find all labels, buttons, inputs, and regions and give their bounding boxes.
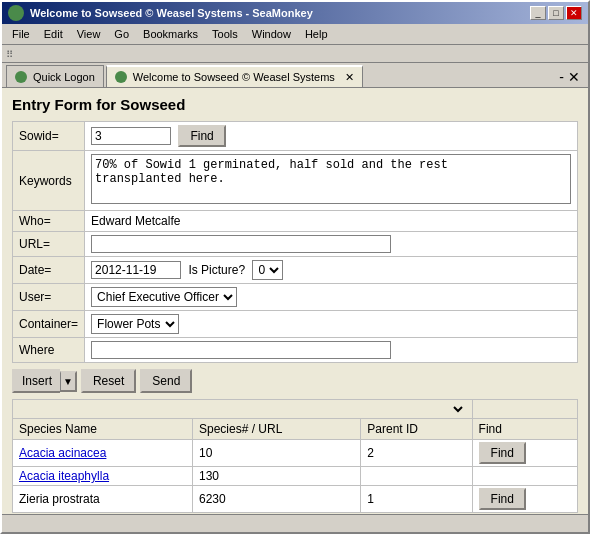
date-label: Date=: [13, 257, 85, 284]
species-num-cell: 10: [193, 440, 361, 467]
reset-button[interactable]: Reset: [81, 369, 136, 393]
col-species-num: Species# / URL: [193, 419, 361, 440]
row-find-button[interactable]: Find: [479, 488, 526, 510]
sowid-find-button[interactable]: Find: [178, 125, 225, 147]
parent-id-cell: [361, 467, 472, 486]
find-cell: Find: [472, 486, 577, 513]
menu-help[interactable]: Help: [299, 26, 334, 42]
table-header-row: Species Name Species# / URL Parent ID Fi…: [13, 419, 578, 440]
tab-quick-logon[interactable]: Quick Logon: [6, 65, 104, 87]
keywords-cell: [85, 151, 578, 211]
date-row: Date= Is Picture? 0 1: [13, 257, 578, 284]
send-button[interactable]: Send: [140, 369, 192, 393]
toolbar-handle: ⠿: [6, 49, 13, 60]
table-row: Acacia iteaphylla 130: [13, 467, 578, 486]
parent-id-cell: 2: [361, 440, 472, 467]
table-find-header-empty: [472, 400, 577, 419]
tab-icon-sowseed: [115, 71, 127, 83]
where-input[interactable]: [91, 341, 391, 359]
species-num-cell: 6230: [193, 486, 361, 513]
user-row: User= Chief Executive Officer Admin User: [13, 284, 578, 311]
species-name-cell: Acacia acinacea: [13, 440, 193, 467]
tab-label-quick-logon: Quick Logon: [33, 71, 95, 83]
close-button[interactable]: ✕: [566, 6, 582, 20]
parent-id-cell: 1: [361, 486, 472, 513]
sowid-label: Sowid=: [13, 122, 85, 151]
url-label: URL=: [13, 232, 85, 257]
sowid-row: Sowid= Find: [13, 122, 578, 151]
keywords-textarea[interactable]: [91, 154, 571, 204]
application-window: Welcome to Sowseed © Weasel Systems - Se…: [0, 0, 590, 534]
menu-file[interactable]: File: [6, 26, 36, 42]
insert-dropdown-button[interactable]: ▼: [60, 371, 77, 392]
menu-window[interactable]: Window: [246, 26, 297, 42]
date-input[interactable]: [91, 261, 181, 279]
species-name-cell: Acacia iteaphylla: [13, 467, 193, 486]
tab-icon-quick-logon: [15, 71, 27, 83]
close-tab-icon[interactable]: ✕: [568, 69, 580, 85]
keywords-label: Keywords: [13, 151, 85, 211]
url-cell: [85, 232, 578, 257]
is-picture-select[interactable]: 0 1: [252, 260, 283, 280]
who-label: Who=: [13, 211, 85, 232]
container-row: Container= Flower Pots Seeds Pots: [13, 311, 578, 338]
toolbar: ⠿: [2, 45, 588, 63]
species-table: Species Name Species# / URL Parent ID Fi…: [12, 399, 578, 513]
insert-button[interactable]: Insert: [12, 369, 60, 393]
app-icon: [8, 5, 24, 21]
species-link[interactable]: Acacia iteaphylla: [19, 469, 109, 483]
user-cell: Chief Executive Officer Admin User: [85, 284, 578, 311]
user-select[interactable]: Chief Executive Officer Admin User: [91, 287, 237, 307]
keywords-row: Keywords: [13, 151, 578, 211]
minimize-button[interactable]: _: [530, 6, 546, 20]
species-link[interactable]: Acacia acinacea: [19, 446, 106, 460]
who-value: Edward Metcalfe: [91, 214, 180, 228]
row-find-button[interactable]: Find: [479, 442, 526, 464]
user-label: User=: [13, 284, 85, 311]
container-cell: Flower Pots Seeds Pots: [85, 311, 578, 338]
who-cell: Edward Metcalfe: [85, 211, 578, 232]
where-row: Where: [13, 338, 578, 363]
page-content: Entry Form for Sowseed Sowid= Find Keywo…: [2, 87, 588, 514]
tab-bar: Quick Logon Welcome to Sowseed © Weasel …: [2, 63, 588, 87]
tab-close-icon[interactable]: ✕: [345, 71, 354, 84]
menu-tools[interactable]: Tools: [206, 26, 244, 42]
find-cell: Find: [472, 440, 577, 467]
container-label: Container=: [13, 311, 85, 338]
table-dropdown-cell: [13, 400, 473, 419]
date-cell: Is Picture? 0 1: [85, 257, 578, 284]
who-row: Who= Edward Metcalfe: [13, 211, 578, 232]
maximize-button[interactable]: □: [548, 6, 564, 20]
col-find: Find: [472, 419, 577, 440]
tab-label-sowseed: Welcome to Sowseed © Weasel Systems: [133, 71, 335, 83]
page-title: Entry Form for Sowseed: [12, 96, 578, 113]
menu-go[interactable]: Go: [108, 26, 135, 42]
table-row: Acacia acinacea 10 2 Find: [13, 440, 578, 467]
is-picture-label: Is Picture?: [188, 263, 245, 277]
species-name-cell: Zieria prostrata: [13, 486, 193, 513]
tab-controls: - ✕: [555, 67, 584, 87]
menu-view[interactable]: View: [71, 26, 107, 42]
container-select[interactable]: Flower Pots Seeds Pots: [91, 314, 179, 334]
table-row: Zieria prostrata 6230 1 Find: [13, 486, 578, 513]
menu-bookmarks[interactable]: Bookmarks: [137, 26, 204, 42]
new-tab-icon[interactable]: -: [559, 69, 564, 85]
url-row: URL=: [13, 232, 578, 257]
url-input[interactable]: [91, 235, 391, 253]
where-label: Where: [13, 338, 85, 363]
menu-bar: File Edit View Go Bookmarks Tools Window…: [2, 24, 588, 45]
species-num-cell: 130: [193, 467, 361, 486]
col-species-name: Species Name: [13, 419, 193, 440]
title-bar: Welcome to Sowseed © Weasel Systems - Se…: [2, 2, 588, 24]
where-cell: [85, 338, 578, 363]
window-title: Welcome to Sowseed © Weasel Systems - Se…: [30, 7, 313, 19]
sowid-cell: Find: [85, 122, 578, 151]
table-dropdown-row: [13, 400, 578, 419]
menu-edit[interactable]: Edit: [38, 26, 69, 42]
title-bar-left: Welcome to Sowseed © Weasel Systems - Se…: [8, 5, 313, 21]
tab-sowseed[interactable]: Welcome to Sowseed © Weasel Systems ✕: [106, 65, 363, 87]
table-header-select[interactable]: [19, 402, 466, 416]
status-bar: [2, 514, 588, 532]
col-parent-id: Parent ID: [361, 419, 472, 440]
sowid-input[interactable]: [91, 127, 171, 145]
